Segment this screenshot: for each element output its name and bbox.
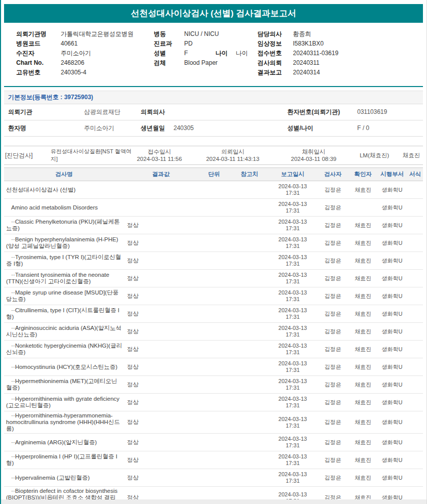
field-value: 240305-4 (61, 68, 87, 77)
field-label: 고유번호 (16, 68, 61, 77)
result-row[interactable]: ··Transient tyrosinemia of the neonate (… (4, 270, 423, 287)
result-row[interactable]: Amino acid metabolism Disorders2024-03-1… (4, 199, 423, 217)
cell-confirmer: 채효진 (349, 256, 377, 266)
cell-test-name: ··Transient tyrosinemia of the neonate (… (4, 271, 124, 286)
report-datetime-text: 2024-03-13 17:31 (276, 325, 310, 338)
cell-test-name: ··Hyperprolinemia I (HP I)(고프롤린혈증 I형) (4, 452, 124, 468)
field-label: 담당의사 (258, 29, 293, 39)
report-datetime-text: 2024-03-13 17:31 (276, 360, 310, 373)
result-row[interactable]: ··Benign hyperphenylalaninemia (H-PHE)(양… (4, 234, 423, 252)
patient-info-field: 성별F나이나이 (154, 49, 258, 58)
result-row[interactable]: ··Homocystinuria (HCY)(호모시스틴뇨증)정상2024-03… (4, 358, 423, 376)
column-header-test-name: 검사명 (4, 171, 124, 178)
patient-header: 의뢰기관명가톨릭대학교은평성모병원병원코드40661수진자주미소아기Chart … (4, 27, 423, 82)
cell-tester: 김정은 (317, 455, 349, 465)
result-row[interactable]: ··Tyrosinemia, type I (TYR I)(고타이로신혈증 I형… (4, 252, 423, 270)
report-datetime-text: 2024-03-13 17:31 (276, 219, 310, 232)
cell-confirmer (349, 206, 377, 208)
cell-reference (230, 330, 269, 332)
order-time: 접수일시2024-03-11 11:56 (132, 148, 187, 162)
cell-format (407, 260, 423, 262)
result-row[interactable]: ··Hyperornithinemia with gyrate deficien… (4, 394, 423, 411)
field-value: 나이 (236, 49, 248, 58)
cell-confirmer: 채효진 (349, 417, 377, 427)
patient-header-col3: 담당의사황종희임상정보I583K1BX0접수번호20240311-03619검사… (258, 29, 423, 77)
result-row[interactable]: ··Citrullinemia, type I (CIT)(시트룰린혈증 I형)… (4, 305, 423, 323)
cell-department: 생화학U (377, 327, 407, 337)
field-label: 검체 (154, 58, 184, 68)
cell-report-datetime: 2024-03-13 17:31 (269, 395, 317, 410)
cell-result-value: 정상 (124, 345, 198, 354)
cell-report-datetime: 2024-03-13 17:31 (269, 377, 317, 392)
cell-test-name: ··Benign hyperphenylalaninemia (H-PHE)(양… (4, 235, 124, 250)
cell-report-datetime: 2024-03-13 17:31 (269, 415, 317, 430)
cell-unit (198, 242, 230, 244)
field-value: 20240311 (293, 58, 320, 68)
cell-department: 생화학U (377, 274, 407, 283)
patient-info-field: 담당의사황종희 (258, 29, 423, 39)
cell-tester: 김정은 (317, 291, 349, 301)
report-datetime-text: 2024-03-13 17:31 (276, 416, 310, 429)
cell-format (407, 422, 423, 424)
cell-confirmer: 채효진 (349, 185, 377, 195)
field-label: 수진자 (16, 49, 61, 58)
field-value: 가톨릭대학교은평성모병원 (61, 29, 134, 39)
cell-unit (198, 224, 230, 226)
cell-unit (198, 189, 230, 191)
cell-unit (198, 206, 230, 208)
cell-unit (198, 330, 230, 332)
result-row[interactable]: ··Hyperprolinemia I (HP I)(고프롤린혈증 I형)정상2… (4, 451, 423, 469)
field-value: 40661 (61, 39, 77, 49)
report-datetime-text: 2024-03-13 17:31 (276, 272, 310, 285)
result-row[interactable]: 선천성대사이상검사 (선별)2024-03-13 17:31김정은채효진생화학U (4, 181, 423, 199)
field-label: 의뢰기관명 (16, 29, 61, 39)
order-time-value: 2024-03-11 11:56 (132, 155, 187, 162)
cell-report-datetime: 2024-03-13 17:31 (269, 359, 317, 374)
order-name: 유전성대사이상질환[NST 혈액여지] (51, 148, 132, 163)
cell-format (407, 401, 423, 403)
cell-tester: 김정은 (317, 380, 349, 390)
cell-department: 생화학U (377, 455, 407, 465)
cell-result-value: 정상 (124, 274, 198, 283)
field-label: 진료과 (154, 39, 184, 49)
result-row[interactable]: ··Classic Phenylketonuria (PKU)(페닐케톤뇨증)정… (4, 217, 423, 234)
cell-reference (230, 224, 269, 226)
cell-reference (230, 277, 269, 279)
cell-report-datetime: 2024-03-13 17:31 (269, 288, 317, 304)
cell-format (407, 295, 423, 297)
patient-info-field: 검체Blood Paper (154, 58, 258, 68)
cell-reference (230, 422, 269, 424)
cell-format (407, 277, 423, 279)
patient-info-field: 임상정보I583K1BX0 (258, 39, 423, 49)
cell-confirmer: 채효진 (349, 327, 377, 337)
cell-reference (230, 348, 269, 350)
field-label: 병원코드 (16, 39, 61, 49)
result-row[interactable]: ··Hyperornithinemia-hyperammonemia-homoc… (4, 411, 423, 434)
cell-test-name: ··Classic Phenylketonuria (PKU)(페닐케톤뇨증) (4, 218, 124, 233)
cell-result-value: 정상 (124, 291, 198, 301)
field-label: Chart No. (16, 58, 61, 68)
result-row[interactable]: ··Argininemia (ARG)(알지닌혈증)정상2024-03-13 1… (4, 434, 423, 451)
cell-reference (230, 401, 269, 403)
column-header-confirmer: 확인자 (349, 171, 377, 178)
field-value: I583K1BX0 (293, 39, 324, 49)
result-row[interactable]: ··Hypermethioninemia (MET)(고메티오닌혈증)정상202… (4, 376, 423, 394)
field-value: 031103619 (357, 108, 423, 116)
cell-department: 생화학U (377, 398, 407, 407)
result-row[interactable]: ··Nonketotic hyperglycinemia (NKHG)(글리신뇌… (4, 341, 423, 358)
field-value: 주미소아기 (61, 49, 91, 58)
result-row[interactable]: ··Maple syrup urine disease [MSUD](단풍당뇨증… (4, 287, 423, 305)
field-label: 임상정보 (258, 39, 293, 49)
basic-info-table: 의뢰기관삼광의료재단의뢰의사환자번호(의뢰기관)031103619환자명주미소아… (4, 104, 423, 137)
patient-info-field: 진료과PD (154, 39, 258, 49)
result-row[interactable]: ··Argininosuccinic aciduria (ASA)(알지노석시닌… (4, 323, 423, 341)
cell-unit (198, 441, 230, 443)
cell-reference (230, 242, 269, 244)
report-datetime-text: 2024-03-13 17:31 (276, 254, 310, 267)
cell-result-value: 정상 (124, 455, 198, 465)
result-row[interactable]: ··Hypervalinemia (고발린혈증)정상2024-03-13 17:… (4, 469, 423, 487)
cell-department: 생화학U (377, 256, 407, 266)
cell-format (407, 497, 423, 499)
results-table: 검사명결과값단위참고치보고일시검사자확인자시행부서서식 선천성대사이상검사 (선… (4, 167, 423, 504)
cell-result-value: 정상 (124, 221, 198, 230)
